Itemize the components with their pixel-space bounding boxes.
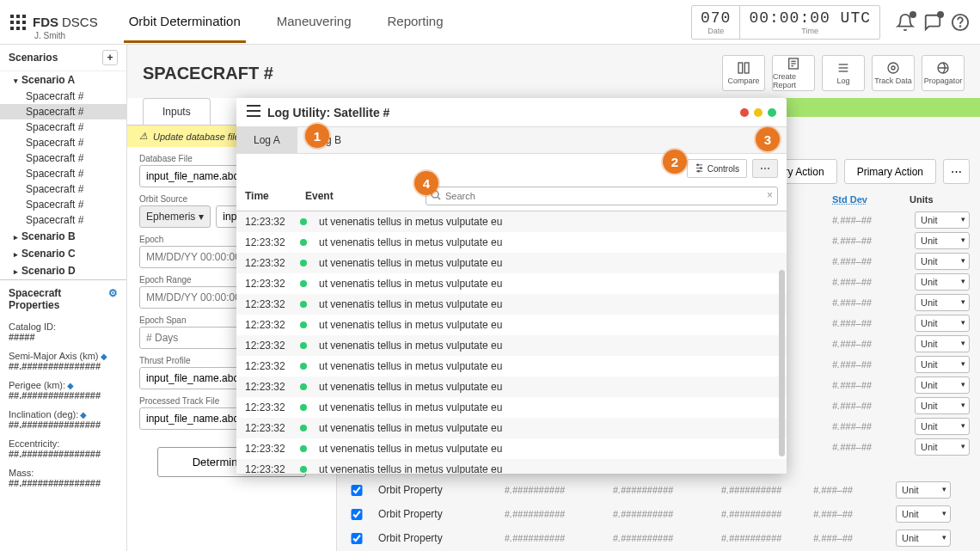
log-row[interactable]: 12:23:32ut venenatis tellus in metus vul… [236, 211, 787, 232]
tree-spacecraft-item[interactable]: Spacecraft # [0, 150, 126, 166]
apps-grid-icon[interactable] [10, 15, 26, 30]
log-row[interactable]: 12:23:32ut venenatis tellus in metus vul… [236, 232, 787, 253]
std-dev-value: #.###–## [832, 297, 908, 308]
unit-select[interactable]: Unit [915, 438, 970, 456]
nav-orbit-determination[interactable]: Orbit Determination [124, 2, 246, 43]
log-row[interactable]: 12:23:32ut venenatis tellus in metus vul… [236, 418, 787, 438]
log-search-input[interactable] [426, 187, 778, 205]
log-time: 12:23:32 [245, 298, 300, 310]
log-row[interactable]: 12:23:32ut venenatis tellus in metus vul… [236, 397, 787, 418]
unit-select[interactable]: Unit [915, 335, 970, 352]
clear-search-icon[interactable]: × [767, 189, 773, 201]
status-dot-icon [300, 466, 307, 473]
log-button[interactable]: Log [822, 55, 865, 91]
add-scenario-button[interactable]: + [102, 50, 118, 65]
tree-spacecraft-item[interactable]: Spacecraft # [0, 166, 126, 181]
std-dev-value: #.###–## [832, 236, 908, 246]
status-dot-icon [300, 260, 307, 266]
log-row[interactable]: 12:23:32ut venenatis tellus in metus vul… [236, 459, 787, 474]
orbit-prop-checkbox[interactable] [351, 509, 363, 520]
tree-scenario-a[interactable]: Scenario A [0, 71, 126, 89]
icon-btn-label: Create Report [773, 72, 814, 89]
unit-select[interactable]: Unit [915, 377, 970, 394]
log-row[interactable]: 12:23:32ut venenatis tellus in metus vul… [236, 273, 787, 294]
tree-scenario-c[interactable]: Scenario C [0, 245, 126, 262]
controls-button[interactable]: Controls [687, 159, 747, 178]
minimize-window-icon[interactable] [754, 108, 763, 117]
close-window-icon[interactable] [740, 108, 749, 117]
std-dev-value: #.###–## [832, 318, 908, 328]
tree-spacecraft-item[interactable]: Spacecraft # [0, 135, 126, 150]
units-header: Units [910, 194, 970, 205]
unit-select[interactable]: Unit [896, 481, 951, 499]
create-report-button[interactable]: Create Report [772, 55, 815, 91]
time-label: Time [749, 27, 871, 35]
tree-scenario-d[interactable]: Scenario D [0, 262, 126, 279]
unit-select[interactable]: Unit [915, 356, 970, 373]
tree-spacecraft-item[interactable]: Spacecraft # [0, 89, 126, 104]
orbit-prop-val: #.########## [705, 533, 798, 543]
unit-select[interactable]: Unit [915, 397, 970, 414]
log-event: ut venenatis tellus in metus vulputate e… [319, 257, 778, 269]
compare-button[interactable]: Compare [722, 55, 765, 91]
unit-select[interactable]: Unit [896, 505, 951, 523]
propagator-button[interactable]: Propagator [922, 55, 965, 91]
tree-spacecraft-item[interactable]: Spacecraft # [0, 212, 126, 228]
std-dev-header[interactable]: Std Dev [832, 194, 910, 205]
svg-point-29 [700, 167, 702, 169]
tree-spacecraft-item[interactable]: Spacecraft # [0, 181, 126, 197]
icon-btn-label: Propagator [924, 77, 963, 85]
scrollbar[interactable] [779, 270, 785, 456]
help-icon[interactable] [951, 13, 970, 32]
log-row[interactable]: 12:23:32ut venenatis tellus in metus vul… [236, 294, 787, 315]
maximize-window-icon[interactable] [768, 108, 776, 117]
orbit-prop-checkbox[interactable] [351, 485, 363, 496]
modal-more-button[interactable]: ⋯ [752, 159, 778, 178]
svg-rect-8 [22, 27, 26, 30]
log-event: ut venenatis tellus in metus vulputate e… [319, 401, 778, 413]
panel-more-button[interactable]: ⋯ [943, 159, 970, 184]
info-icon: ◆ [101, 352, 107, 361]
tree-spacecraft-item[interactable]: Spacecraft # [0, 119, 126, 135]
unit-select[interactable]: Unit [896, 530, 951, 547]
warning-text: Update database file [153, 132, 240, 142]
svg-rect-23 [247, 105, 260, 107]
unit-select[interactable]: Unit [915, 315, 970, 332]
std-dev-value: #.###–## [832, 380, 908, 390]
tree-spacecraft-item[interactable]: Spacecraft # [0, 197, 126, 212]
primary-action-button[interactable]: Primary Action [844, 159, 936, 184]
unit-select[interactable]: Unit [915, 253, 970, 270]
modal-tab-log-a[interactable]: Log A [236, 127, 297, 153]
svg-line-33 [438, 197, 440, 199]
messages-icon[interactable] [923, 13, 942, 32]
std-dev-value: #.###–## [832, 401, 908, 411]
unit-select[interactable]: Unit [915, 273, 970, 291]
orbit-prop-checkbox[interactable] [351, 533, 363, 544]
log-row[interactable]: 12:23:32ut venenatis tellus in metus vul… [236, 253, 787, 273]
info-icon: ◆ [80, 410, 87, 419]
select-orbit-source[interactable]: Ephemeris ▾ [139, 205, 211, 228]
menu-icon[interactable] [247, 105, 260, 119]
log-row[interactable]: 12:23:32ut venenatis tellus in metus vul… [236, 377, 787, 397]
nav-reporting[interactable]: Reporting [382, 2, 448, 43]
track-data-button[interactable]: Track Data [872, 55, 915, 91]
tree-spacecraft-item[interactable]: Spacecraft # [0, 104, 126, 119]
status-dot-icon [300, 321, 307, 328]
nav-maneuvering[interactable]: Maneuvering [272, 2, 357, 43]
prop-label: Semi-Major Axis (km)◆ [0, 347, 126, 361]
svg-rect-6 [10, 27, 14, 30]
log-row[interactable]: 12:23:32ut venenatis tellus in metus vul… [236, 335, 787, 356]
unit-select[interactable]: Unit [915, 418, 970, 435]
unit-select[interactable]: Unit [915, 294, 970, 311]
tree-scenario-b[interactable]: Scenario B [0, 228, 126, 245]
log-row[interactable]: 12:23:32ut venenatis tellus in metus vul… [236, 438, 787, 459]
unit-select[interactable]: Unit [915, 211, 970, 229]
unit-select[interactable]: Unit [915, 232, 970, 249]
notifications-icon[interactable] [896, 13, 915, 32]
gear-icon[interactable]: ⚙ [108, 287, 118, 311]
log-row[interactable]: 12:23:32ut venenatis tellus in metus vul… [236, 356, 787, 377]
tab-inputs[interactable]: Inputs [143, 98, 211, 125]
log-row[interactable]: 12:23:32ut venenatis tellus in metus vul… [236, 315, 787, 335]
sidebar: Scenarios + Scenario A Spacecraft #Space… [0, 45, 127, 551]
svg-rect-25 [247, 115, 260, 117]
